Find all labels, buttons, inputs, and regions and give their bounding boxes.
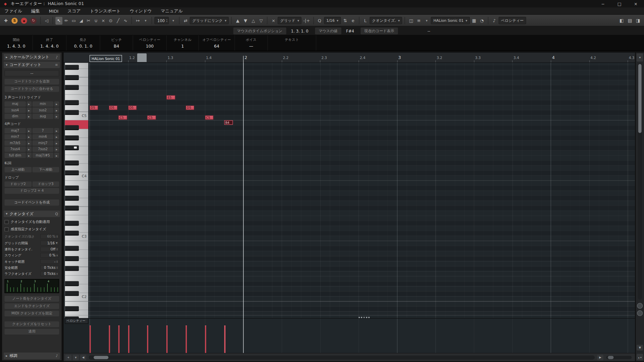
seventh-chord-button-7[interactable]: 7 (32, 128, 53, 133)
seventh-chord-button-7sus4[interactable]: 7sus4 (4, 146, 25, 152)
nudge-settings-icon[interactable]: -|+ (303, 17, 311, 24)
quantize-safe-field[interactable]: 0 Ticks▴▾ (40, 265, 59, 270)
insert-velocity-spinner[interactable]: 100 ▴▾ (154, 17, 169, 24)
line-tool-button[interactable]: ╱ (115, 17, 122, 24)
black-key[interactable] (65, 65, 79, 70)
move-up-button[interactable]: ▲ (234, 17, 241, 24)
zoom-preset-menu-button[interactable]: ▼ (73, 354, 79, 360)
midi-note-D5-0[interactable]: D5 (90, 105, 98, 110)
velocity-bar-0[interactable] (90, 325, 91, 353)
seventh-chord-arrow-1[interactable]: ▶ (54, 128, 59, 133)
vscroll-thumb[interactable] (638, 64, 642, 133)
velocity-bar-2[interactable] (118, 325, 120, 353)
length-quantize-dropdown[interactable]: クオンタイズ. ▼ (370, 17, 402, 24)
grid-type-dropdown[interactable]: グリッド ▼ (278, 17, 302, 24)
autoscroll-options-caret[interactable]: ▼ (142, 17, 149, 24)
midi-note-C5-7[interactable]: C5 (205, 115, 214, 120)
note-info-value[interactable]: 100 (146, 44, 154, 48)
velocity-bar-4[interactable] (147, 325, 149, 353)
triad-chord-arrow-5[interactable]: ▶ (54, 114, 59, 119)
quantize-preset-dropdown[interactable]: 1/16 ▼ (324, 17, 341, 24)
spinner-arrows-icon[interactable]: ▴▾ (57, 272, 57, 275)
layout-left-zone-button[interactable]: ◧ (618, 17, 625, 24)
velocity-lane[interactable] (88, 318, 635, 353)
midi-note-C5-4[interactable]: C5 (147, 115, 156, 120)
menu-item-score[interactable]: スコア (63, 7, 85, 14)
black-key[interactable] (65, 160, 79, 165)
black-key[interactable] (65, 246, 79, 251)
solo-editor-button[interactable]: S (11, 17, 17, 23)
erase-tool-button[interactable]: ▭ (70, 17, 77, 24)
black-key[interactable] (65, 221, 79, 226)
quantize-tuplet-field[interactable]: Off▴▾ (40, 247, 59, 252)
spinner-arrows-icon[interactable]: ▴▾ (166, 19, 167, 22)
velocity-bar-5[interactable] (166, 325, 168, 353)
seventh-chord-arrow-5[interactable]: ▶ (54, 140, 59, 146)
scroll-down-button[interactable]: ▼ (637, 345, 643, 351)
midi-note-D5-1[interactable]: D5 (109, 105, 117, 110)
note-info-value[interactable]: 1. 4. 4. 0 (40, 44, 59, 48)
setup-window-layout-button[interactable]: ▤ (626, 17, 633, 24)
quantize-panel-button[interactable]: e (350, 17, 357, 24)
snap-icon[interactable]: ⇄ (182, 17, 189, 24)
midi-note-E5-5[interactable]: E5 (166, 95, 175, 100)
triad-chord-button-sus4[interactable]: sus4 (4, 108, 25, 113)
seventh-chord-arrow-3[interactable]: ▶ (54, 134, 59, 139)
note-info-value[interactable]: B4 (114, 44, 119, 48)
record-in-editor-button[interactable]: ● (21, 17, 27, 23)
scroll-right-button[interactable]: ▶ (597, 354, 603, 360)
event-display-dropdown[interactable]: ベロシティー (498, 17, 526, 24)
note-info-value[interactable]: 0. 0. 1. 0 (74, 44, 93, 48)
seventh-chord-arrow-7[interactable]: ▶ (54, 146, 59, 152)
black-key[interactable] (65, 85, 79, 90)
horizontal-zoom-slider[interactable] (606, 356, 632, 359)
cycle-marker-handle[interactable] (137, 53, 147, 62)
seventh-chord-button-fulldim[interactable]: full dim (4, 153, 25, 158)
glue-tool-button[interactable]: ∪ (93, 17, 100, 24)
black-key[interactable] (65, 266, 79, 271)
match-chord-track-button[interactable]: コードトラックに合わせる (4, 86, 59, 92)
quantize-ends-button[interactable]: エンドをクオンタイズ (4, 303, 59, 309)
black-key[interactable] (65, 256, 79, 261)
seventh-chord-arrow-4[interactable]: ▶ (26, 140, 32, 146)
drop-2-4-button[interactable]: ドロップ2 + 4 (4, 188, 59, 194)
vertical-zoom-knob-2[interactable] (637, 310, 643, 316)
quantize-rough-field[interactable]: 0 Ticks▴▾ (40, 271, 59, 276)
seventh-chord-button-7sus2[interactable]: 7sus2 (32, 146, 53, 152)
triad-chord-arrow-0[interactable]: ▶ (26, 101, 32, 107)
black-key[interactable] (65, 306, 79, 311)
black-key[interactable] (65, 170, 79, 175)
snap-off-icon[interactable]: × (270, 17, 277, 24)
vertical-zoom-knob[interactable] (637, 303, 643, 309)
note-info-value[interactable]: — (249, 44, 253, 48)
vscroll-corner-buttons[interactable]: ▴▾ (637, 354, 643, 361)
acoustic-feedback-icon[interactable]: ◁ (43, 17, 50, 24)
seventh-chord-arrow-2[interactable]: ▶ (26, 134, 32, 139)
drop-3-button[interactable]: ドロップ3 (32, 181, 59, 187)
spinner-arrows-icon[interactable]: ▴▾ (57, 248, 57, 251)
pin-editor-button[interactable]: ✚ (2, 17, 9, 24)
iterative-quantize-button[interactable]: ⇅ (342, 17, 349, 24)
triad-chord-arrow-4[interactable]: ▶ (26, 114, 32, 119)
independent-loop-button[interactable]: ↻ (31, 17, 37, 23)
minimize-button[interactable]: − (595, 0, 611, 7)
snap-type-dropdown[interactable]: グリッドにリンク ▼ (190, 17, 229, 24)
velocity-bar-6[interactable] (185, 325, 187, 353)
insert-velocity-caret[interactable]: ▼ (170, 17, 177, 24)
playhead-cursor[interactable] (243, 56, 244, 353)
move-down-button[interactable]: ▼ (242, 17, 249, 24)
menu-item-midi[interactable]: MIDI (44, 7, 63, 14)
menu-item-manual[interactable]: マニュアル (156, 7, 187, 14)
piano-keyboard[interactable]: C5C4C3C2 (65, 63, 88, 318)
note-info-value[interactable]: 1 (181, 44, 184, 48)
scroll-left-button[interactable]: ◀ (80, 354, 86, 360)
ruler[interactable]: 1.21.31.422.22.32.433.23.33.444.24.3 (64, 53, 635, 63)
create-chord-event-button[interactable]: コードイベントを作成 (4, 199, 59, 205)
spinner-arrows-icon[interactable]: ▴▾ (57, 266, 57, 269)
move-inversion-down-button[interactable]: 下へ移動 (32, 167, 59, 172)
black-key[interactable] (65, 281, 79, 286)
seventh-chord-button-min6[interactable]: min6 (32, 134, 53, 139)
soft-quantize-checkbox[interactable] (4, 227, 8, 231)
quantize-note-lengths-button[interactable]: ノート長をクオンタイズ (4, 296, 59, 302)
seventh-chord-arrow-6[interactable]: ▶ (26, 146, 32, 152)
